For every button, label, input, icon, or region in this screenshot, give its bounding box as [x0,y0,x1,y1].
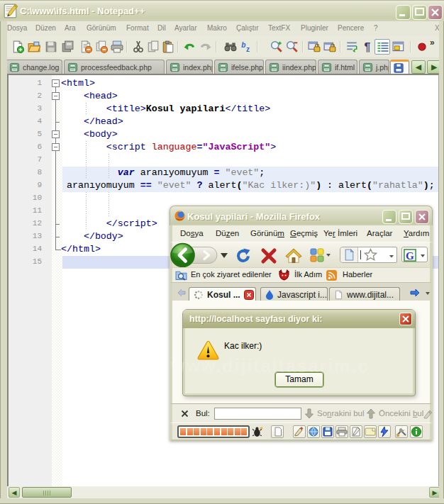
svg-text:z: z [246,45,250,53]
svg-text:b: b [241,41,245,49]
svg-text:¶: ¶ [364,41,370,53]
svg-text:G: G [406,250,414,262]
